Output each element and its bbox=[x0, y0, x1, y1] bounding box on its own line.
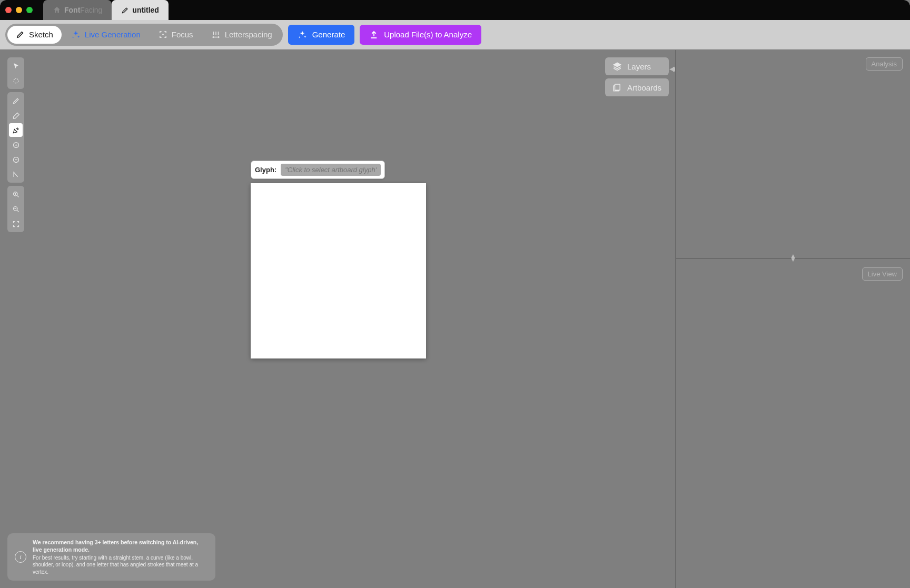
tab-home[interactable]: FontFacing bbox=[43, 0, 112, 20]
home-icon bbox=[53, 6, 61, 14]
plus-circle-icon bbox=[12, 141, 20, 149]
minimize-window-button[interactable] bbox=[16, 7, 22, 13]
pen-icon bbox=[12, 126, 20, 134]
tool-pen[interactable] bbox=[9, 123, 23, 137]
right-sidebar: Analysis ▲▼ Live View bbox=[675, 50, 910, 588]
zoom-in-icon bbox=[12, 191, 20, 198]
letterspacing-icon bbox=[211, 30, 221, 39]
main-area: Glyph: Layers Artboards ◀▶ i We recommen… bbox=[0, 50, 910, 588]
canvas-area[interactable]: Glyph: Layers Artboards ◀▶ i We recommen… bbox=[0, 50, 675, 588]
tool-sidebar bbox=[7, 57, 24, 232]
glyph-input[interactable] bbox=[281, 164, 381, 176]
tool-angle[interactable] bbox=[9, 167, 23, 181]
mode-sketch-label: Sketch bbox=[29, 30, 53, 39]
svg-point-0 bbox=[162, 34, 164, 35]
info-hint-text: We recommend having 3+ letters before sw… bbox=[33, 539, 208, 575]
close-window-button[interactable] bbox=[5, 7, 12, 13]
panel-toggles: Layers Artboards bbox=[605, 57, 669, 96]
mode-live-label: Live Generation bbox=[85, 30, 141, 39]
upload-label: Upload File(s) to Analyze bbox=[384, 30, 472, 39]
layers-icon bbox=[612, 62, 622, 71]
generate-button[interactable]: Generate bbox=[288, 25, 355, 45]
mode-group: Sketch Live Generation Focus Letterspaci… bbox=[5, 24, 283, 46]
info-icon: i bbox=[15, 551, 26, 563]
focus-icon bbox=[159, 30, 167, 39]
artboard-container: Glyph: bbox=[251, 161, 426, 358]
angle-icon bbox=[12, 171, 20, 178]
pencil-icon bbox=[12, 97, 20, 105]
artboards-icon bbox=[612, 83, 622, 92]
glyph-bar: Glyph: bbox=[251, 161, 385, 179]
tool-group-select bbox=[7, 57, 24, 89]
collapse-right-panel-handle[interactable]: ◀▶ bbox=[669, 65, 675, 73]
mode-letterspacing-label: Letterspacing bbox=[225, 30, 272, 39]
info-hint-line1: We recommend having 3+ letters before sw… bbox=[33, 539, 208, 553]
panel-layers-button[interactable]: Layers bbox=[605, 57, 669, 75]
upload-icon bbox=[369, 30, 379, 39]
tab-home-label: FontFacing bbox=[64, 6, 102, 14]
mode-sketch[interactable]: Sketch bbox=[7, 26, 62, 44]
panel-artboards-button[interactable]: Artboards bbox=[605, 78, 669, 96]
mode-letterspacing[interactable]: Letterspacing bbox=[203, 26, 281, 44]
info-hint: i We recommend having 3+ letters before … bbox=[7, 533, 215, 581]
glyph-label: Glyph: bbox=[255, 166, 276, 174]
pointer-icon bbox=[12, 62, 20, 70]
pencil-icon bbox=[16, 30, 25, 39]
generate-label: Generate bbox=[312, 30, 345, 39]
analysis-panel-tag[interactable]: Analysis bbox=[866, 57, 903, 71]
tool-eraser[interactable] bbox=[9, 108, 23, 122]
svg-point-1 bbox=[14, 78, 18, 83]
tool-zoom-out[interactable] bbox=[9, 202, 23, 216]
tool-fit[interactable] bbox=[9, 217, 23, 231]
minus-circle-icon bbox=[12, 156, 20, 164]
tool-pencil[interactable] bbox=[9, 94, 23, 107]
mode-focus-label: Focus bbox=[172, 30, 193, 39]
info-hint-line2: For best results, try starting with a st… bbox=[33, 555, 198, 575]
tool-thinner[interactable] bbox=[9, 153, 23, 166]
tool-zoom-in[interactable] bbox=[9, 187, 23, 201]
tab-bar: FontFacing untitled bbox=[43, 0, 169, 20]
expand-icon bbox=[12, 220, 20, 228]
sparkles-icon bbox=[298, 30, 307, 39]
maximize-window-button[interactable] bbox=[26, 7, 33, 13]
tool-pointer[interactable] bbox=[9, 59, 23, 73]
lasso-icon bbox=[12, 77, 20, 85]
titlebar: FontFacing untitled bbox=[0, 0, 910, 20]
panel-artboards-label: Artboards bbox=[627, 83, 661, 92]
tool-group-view bbox=[7, 186, 24, 232]
mode-live-generation[interactable]: Live Generation bbox=[63, 26, 149, 44]
pencil-icon bbox=[121, 6, 129, 14]
tool-lasso[interactable] bbox=[9, 74, 23, 87]
liveview-panel-tag[interactable]: Live View bbox=[862, 267, 903, 281]
window-controls bbox=[5, 7, 33, 13]
toolbar: Sketch Live Generation Focus Letterspaci… bbox=[0, 20, 910, 50]
mode-focus[interactable]: Focus bbox=[150, 26, 202, 44]
tab-untitled[interactable]: untitled bbox=[112, 0, 169, 20]
tool-thicker[interactable] bbox=[9, 138, 23, 152]
sidebar-resize-handle[interactable]: ▲▼ bbox=[790, 254, 796, 261]
eraser-icon bbox=[12, 112, 20, 119]
tab-untitled-label: untitled bbox=[132, 6, 159, 14]
panel-layers-label: Layers bbox=[627, 62, 651, 71]
artboard-canvas[interactable] bbox=[251, 183, 426, 358]
svg-rect-6 bbox=[615, 84, 620, 90]
zoom-out-icon bbox=[12, 205, 20, 213]
upload-button[interactable]: Upload File(s) to Analyze bbox=[360, 25, 481, 45]
tool-group-draw bbox=[7, 92, 24, 183]
sparkles-icon bbox=[71, 30, 81, 39]
